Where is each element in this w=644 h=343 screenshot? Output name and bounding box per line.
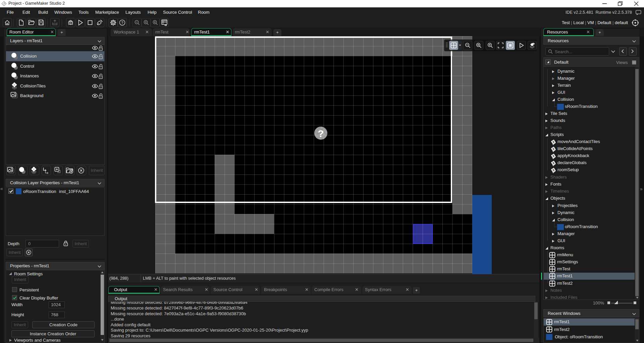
svg-text:?: ? [121,21,123,25]
